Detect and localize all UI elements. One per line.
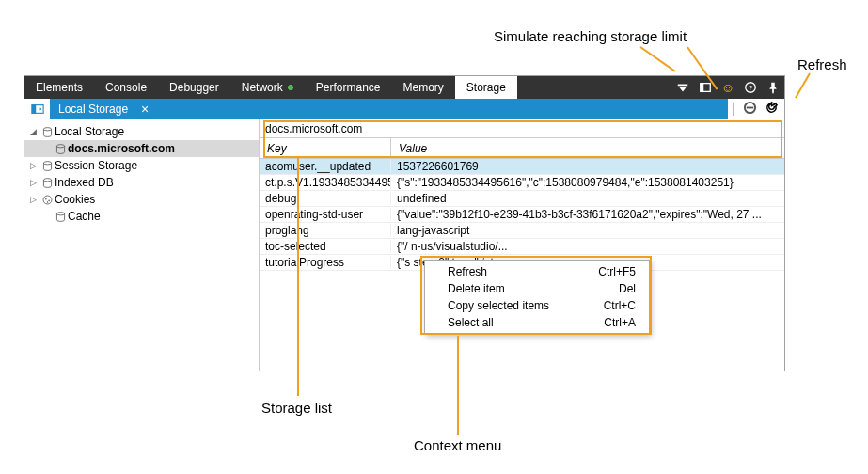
context-menu-refresh[interactable]: Refresh Ctrl+F5 <box>425 263 649 280</box>
subheader-title: Local Storage <box>51 103 135 116</box>
refresh-button[interactable] <box>765 101 779 118</box>
cookie-icon <box>39 194 55 206</box>
tab-elements[interactable]: Elements <box>24 76 94 99</box>
origin-label: docs.microsoft.com <box>260 119 784 138</box>
database-icon <box>39 177 55 189</box>
cell-key: tutorialProgress <box>260 256 391 269</box>
annotation-line <box>457 336 459 434</box>
context-item-label: Refresh <box>448 265 487 278</box>
cell-key: acomuser.__updated <box>260 160 391 173</box>
svg-rect-0 <box>678 85 688 87</box>
svg-point-16 <box>45 198 47 199</box>
tab-network-label: Network <box>242 81 283 94</box>
database-icon <box>53 143 68 155</box>
cell-value: {"value":"39b12f10-e239-41b3-b3cf-33f617… <box>391 208 784 221</box>
grid-header: Key Value <box>260 138 784 159</box>
tree-label: Session Storage <box>55 159 137 172</box>
tree-twisty-icon: ▷ <box>30 195 39 204</box>
svg-point-17 <box>48 199 50 201</box>
more-tabs-icon[interactable] <box>671 76 694 99</box>
cell-value: lang-javascript <box>391 224 784 237</box>
cell-key: toc-selected <box>260 240 391 253</box>
context-item-label: Copy selected items <box>448 299 549 312</box>
cell-value: 1537226601769 <box>391 160 784 173</box>
tab-console[interactable]: Console <box>94 76 158 99</box>
svg-point-12 <box>56 144 64 147</box>
annotation-context-menu: Context menu <box>414 437 501 453</box>
context-menu-selectall[interactable]: Select all Ctrl+A <box>425 314 649 331</box>
column-value[interactable]: Value <box>391 138 784 158</box>
svg-rect-3 <box>701 84 704 92</box>
svg-point-11 <box>43 127 51 130</box>
table-row[interactable]: proglang lang-javascript <box>260 223 784 239</box>
svg-marker-1 <box>680 87 687 91</box>
svg-point-13 <box>43 161 51 164</box>
tree-twisty-icon: ◢ <box>30 127 39 136</box>
storage-toolbar <box>728 99 784 119</box>
tree-label: Cache <box>68 210 101 223</box>
storage-subheader: Local Storage × <box>24 99 728 119</box>
cell-value: undefined <box>391 192 784 205</box>
storage-tree: ◢ Local Storage docs.microsoft.com ▷ Ses… <box>24 119 260 371</box>
close-panel-button[interactable]: × <box>135 102 154 117</box>
context-item-accel: Ctrl+C <box>604 299 636 312</box>
tree-twisty-icon: ▷ <box>30 178 39 187</box>
database-icon <box>53 211 68 223</box>
context-item-accel: Del <box>619 282 636 295</box>
tab-debugger[interactable]: Debugger <box>158 76 230 99</box>
tree-label: docs.microsoft.com <box>68 142 175 155</box>
table-row[interactable]: toc-selected {"/ n-us/visualstudio/... <box>260 239 784 255</box>
tab-performance[interactable]: Performance <box>305 76 392 99</box>
context-menu-delete[interactable]: Delete item Del <box>425 280 649 297</box>
cell-value: {"s":"1933485334495616","c":153808097948… <box>391 176 784 189</box>
table-row[interactable]: debug undefined <box>260 191 784 207</box>
context-item-label: Select all <box>448 316 494 329</box>
column-key[interactable]: Key <box>260 138 391 158</box>
context-item-accel: Ctrl+A <box>604 316 636 329</box>
tree-cookies[interactable]: ▷ Cookies <box>24 191 259 208</box>
annotation-simulate: Simulate reaching storage limit <box>494 28 687 44</box>
table-row[interactable]: ct.p.s.V1.1933485334495616 {"s":"1933485… <box>260 175 784 191</box>
annotation-refresh: Refresh <box>797 56 847 72</box>
tab-memory[interactable]: Memory <box>392 76 455 99</box>
context-item-label: Delete item <box>448 282 505 295</box>
table-row[interactable]: openrating-std-user {"value":"39b12f10-e… <box>260 207 784 223</box>
annotation-line <box>795 73 811 99</box>
toolbar-divider <box>733 103 734 116</box>
feedback-icon[interactable]: ☺ <box>717 76 739 99</box>
database-icon <box>39 160 55 172</box>
tab-storage[interactable]: Storage <box>455 76 517 99</box>
svg-point-18 <box>46 201 48 203</box>
simulate-storage-limit-button[interactable] <box>743 101 757 118</box>
devtools-tabstrip: Elements Console Debugger Network Perfor… <box>24 76 784 99</box>
tree-session-storage[interactable]: ▷ Session Storage <box>24 157 259 174</box>
table-row[interactable]: acomuser.__updated 1537226601769 <box>260 159 784 175</box>
tree-origin-item[interactable]: docs.microsoft.com <box>24 140 259 157</box>
tree-label: Indexed DB <box>55 176 114 189</box>
svg-marker-10 <box>39 107 41 111</box>
dock-icon[interactable] <box>694 76 717 99</box>
tree-twisty-icon: ▷ <box>30 161 39 170</box>
tree-label: Local Storage <box>55 125 124 138</box>
tree-cache[interactable]: Cache <box>24 208 259 225</box>
context-menu-copy[interactable]: Copy selected items Ctrl+C <box>425 297 649 314</box>
tab-network[interactable]: Network <box>230 76 305 99</box>
devtools-window: Elements Console Debugger Network Perfor… <box>24 75 785 371</box>
context-menu: Refresh Ctrl+F5 Delete item Del Copy sel… <box>424 260 650 335</box>
cell-key: debug <box>260 192 391 205</box>
network-record-indicator <box>288 85 293 90</box>
svg-text:?: ? <box>749 84 753 92</box>
database-icon <box>39 126 55 138</box>
annotation-storage-list: Storage list <box>261 400 332 416</box>
tree-indexed-db[interactable]: ▷ Indexed DB <box>24 174 259 191</box>
cell-key: proglang <box>260 224 391 237</box>
svg-point-14 <box>43 178 51 181</box>
annotation-line <box>639 46 675 71</box>
pin-icon[interactable] <box>762 76 784 99</box>
tree-local-storage[interactable]: ◢ Local Storage <box>24 123 259 140</box>
context-item-accel: Ctrl+F5 <box>598 265 636 278</box>
help-icon[interactable]: ? <box>739 76 762 99</box>
sidebar-toggle-button[interactable] <box>24 99 51 119</box>
svg-point-19 <box>56 212 64 214</box>
svg-rect-9 <box>31 105 35 114</box>
